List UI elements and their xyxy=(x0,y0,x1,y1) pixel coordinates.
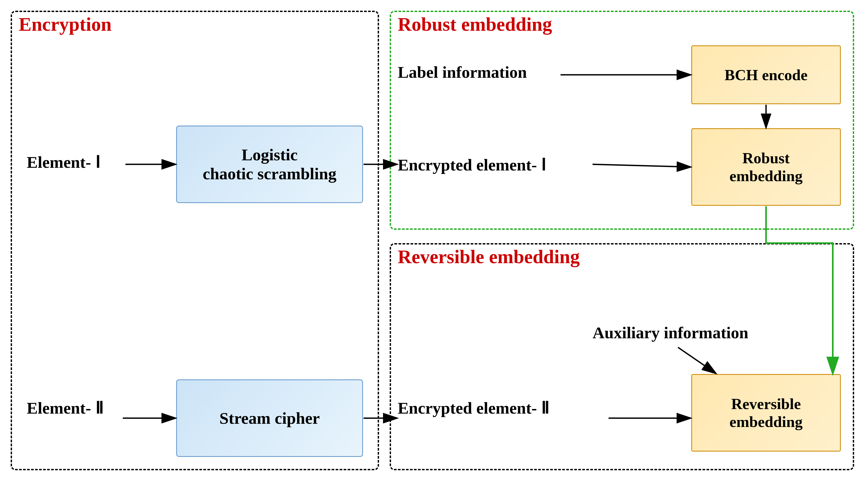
encrypted2-label: Encrypted element- Ⅱ xyxy=(398,398,549,418)
encryption-title: Encryption xyxy=(19,13,112,35)
bch-encode-label: BCH encode xyxy=(725,66,808,84)
auxiliary-info-text: Auxiliary information xyxy=(593,323,748,342)
robust-title: Robust embedding xyxy=(398,13,552,35)
reversible-embedding-box: Reversibleembedding xyxy=(691,374,841,452)
element1-label: Element- Ⅰ xyxy=(27,152,100,172)
stream-cipher-label: Stream cipher xyxy=(219,409,320,428)
logistic-box: Logisticchaotic scrambling xyxy=(176,125,363,203)
logistic-label: Logisticchaotic scrambling xyxy=(203,145,336,183)
label-info-text: Label information xyxy=(398,63,527,82)
encrypted1-label: Encrypted element- Ⅰ xyxy=(398,155,546,174)
robust-embedding-box: Robustembedding xyxy=(691,128,841,206)
robust-embedding-label: Robustembedding xyxy=(730,149,803,185)
reversible-embedding-label: Reversibleembedding xyxy=(730,395,803,431)
element2-label: Element- Ⅱ xyxy=(27,398,103,418)
stream-cipher-box: Stream cipher xyxy=(176,379,363,457)
bch-encode-box: BCH encode xyxy=(691,46,841,104)
reversible-title: Reversible embedding xyxy=(398,246,580,268)
